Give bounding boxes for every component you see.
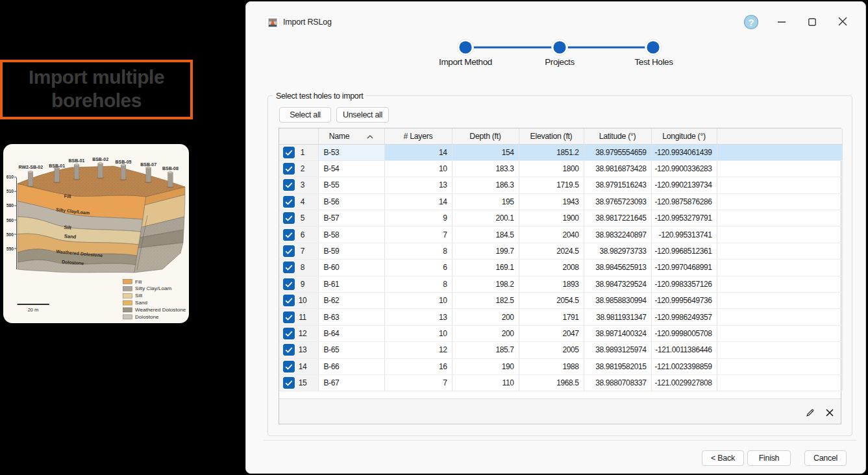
svg-text:Fill: Fill	[135, 279, 142, 285]
svg-text:Sand: Sand	[135, 300, 147, 306]
svg-text:Fill: Fill	[64, 193, 71, 200]
svg-text:Weathered Dolostone: Weathered Dolostone	[135, 307, 186, 313]
svg-text:20 m: 20 m	[28, 307, 39, 313]
svg-text:BSB-05: BSB-05	[116, 160, 132, 164]
svg-text:BSB-08: BSB-08	[162, 166, 179, 171]
svg-text:BSB-02: BSB-02	[92, 157, 108, 162]
svg-text:RW2-SB-02: RW2-SB-02	[18, 165, 43, 169]
svg-text:560: 560	[6, 218, 14, 223]
svg-text:550: 550	[6, 247, 14, 251]
svg-text:580: 580	[6, 203, 14, 208]
svg-text:BSB-01: BSB-01	[69, 158, 85, 163]
svg-text:Silt: Silt	[135, 293, 143, 298]
svg-text:Dolostone: Dolostone	[135, 314, 159, 320]
svg-text:610: 610	[6, 175, 14, 179]
svg-text:510: 510	[6, 189, 14, 193]
svg-text:Silt: Silt	[64, 225, 72, 231]
svg-text:?: ?	[748, 17, 754, 28]
svg-text:500: 500	[6, 232, 14, 237]
svg-text:Silty Clay/Loam: Silty Clay/Loam	[135, 286, 171, 291]
svg-text:Sand: Sand	[64, 233, 77, 239]
svg-text:BSB-01: BSB-01	[49, 164, 65, 168]
svg-text:BSB-07: BSB-07	[140, 162, 156, 167]
